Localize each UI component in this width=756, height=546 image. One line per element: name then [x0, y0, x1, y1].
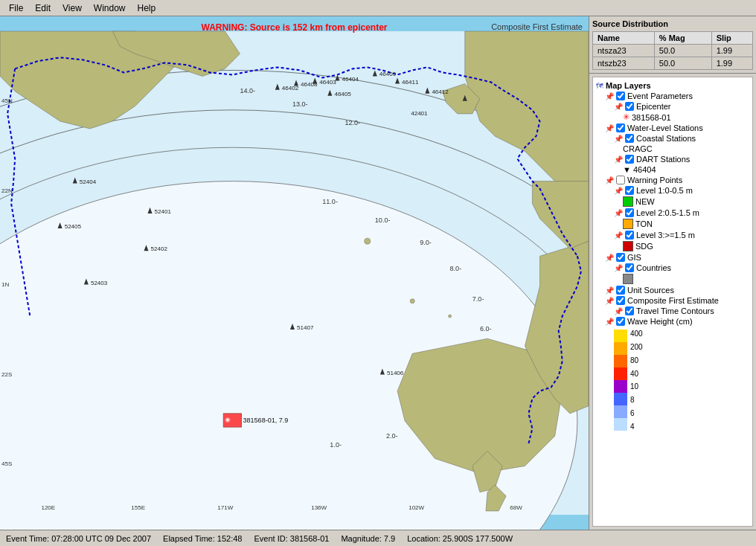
level2-checkbox[interactable]	[625, 208, 634, 217]
water-level-label: Water-Level Stations	[627, 123, 703, 132]
composite-checkbox[interactable]	[616, 296, 625, 305]
travel-time-item[interactable]: 📌 Travel Time Contours	[596, 306, 749, 316]
level2-label: Level 2:0.5-1.5 m	[636, 208, 699, 217]
layers-icon: 🗺	[596, 82, 603, 90]
wave-8	[614, 393, 627, 405]
level3-checkbox[interactable]	[625, 231, 634, 240]
wave-label-4: 4	[630, 423, 643, 431]
menu-window[interactable]: Window	[88, 1, 132, 15]
svg-text:46409: 46409	[379, 71, 397, 77]
wave-label-6: 6	[630, 409, 643, 417]
unit-sources-checkbox[interactable]	[616, 286, 625, 295]
wave-6	[614, 405, 627, 418]
menu-file[interactable]: File	[3, 1, 29, 15]
source-dist-title: Source Distribution	[592, 19, 753, 28]
composite-item-label: Composite First Estimate	[627, 296, 719, 305]
warning-points-item[interactable]: 📌 Warning Points	[596, 175, 749, 185]
svg-text:51407: 51407	[297, 324, 314, 331]
cragc-label: CRAGC	[623, 144, 653, 153]
level2-item[interactable]: 📌 Level 2:0.5-1.5 m	[596, 208, 749, 218]
unit-sources-item[interactable]: 📌 Unit Sources	[596, 285, 749, 295]
map-layers-header: 🗺 Map Layers	[596, 80, 749, 91]
warning-points-checkbox[interactable]	[616, 176, 625, 184]
gis-checkbox[interactable]	[616, 253, 625, 262]
source-distribution: Source Distribution Name % Mag Slip ntsz…	[589, 16, 756, 74]
map-layers-title: Map Layers	[606, 81, 651, 90]
wave-gradient-bar	[614, 330, 627, 431]
wave-4	[614, 418, 627, 431]
water-level-item[interactable]: 📌 Water-Level Stations	[596, 123, 749, 133]
menu-help[interactable]: Help	[132, 1, 162, 15]
coastal-checkbox[interactable]	[625, 134, 634, 143]
svg-text:45S: 45S	[1, 460, 12, 467]
svg-text:381568-01, 7.9: 381568-01, 7.9	[243, 417, 288, 424]
composite-item[interactable]: 📌 Composite First Estimate	[596, 295, 749, 306]
epicenter-item[interactable]: 📌 Epicenter	[596, 101, 749, 112]
svg-text:68W: 68W	[510, 504, 522, 511]
pin-icon4: 📌	[614, 135, 623, 143]
svg-text:22S: 22S	[1, 371, 12, 378]
svg-text:46405: 46405	[334, 91, 351, 97]
countries-color-box	[623, 274, 633, 284]
event-parameters-item[interactable]: 📌 Event Parameters	[596, 91, 749, 101]
wave-height-item[interactable]: 📌 Wave Height (cm)	[596, 316, 749, 327]
svg-text:52405: 52405	[65, 223, 82, 230]
svg-text:1N: 1N	[1, 281, 9, 288]
water-level-checkbox[interactable]	[616, 123, 625, 132]
svg-text:46402: 46402	[282, 85, 299, 91]
row2-name: ntszb23	[593, 57, 655, 70]
svg-text:102W: 102W	[409, 504, 424, 511]
svg-text:1.0-: 1.0-	[330, 441, 342, 449]
wave-label-10: 10	[630, 382, 643, 391]
pin-icon5: 📌	[614, 155, 623, 164]
layer-panel[interactable]: 🗺 Map Layers 📌 Event Parameters 📌 Epicen…	[592, 77, 753, 527]
event-parameters-checkbox[interactable]	[616, 91, 625, 100]
coastal-stations-item[interactable]: 📌 Coastal Stations	[596, 133, 749, 144]
col-pctmag: % Mag	[654, 32, 711, 45]
pin-icon3: 📌	[605, 124, 614, 132]
row1-slip: 1.99	[711, 45, 752, 57]
countries-checkbox[interactable]	[625, 263, 634, 272]
pin-icon11: 📌	[614, 264, 623, 272]
svg-text:46411: 46411	[402, 79, 419, 86]
pin-icon6: 📌	[605, 176, 614, 184]
countries-item[interactable]: 📌 Countries	[596, 263, 749, 273]
row2-pctmag: 50.0	[654, 57, 711, 70]
map-container[interactable]: WARNING: Source is 152 km from epicenter…	[0, 16, 589, 530]
row2-slip: 1.99	[711, 57, 752, 70]
travel-time-checkbox[interactable]	[625, 306, 634, 315]
event-time: Event Time: 07:28:00 UTC 09 Dec 2007	[6, 534, 151, 543]
dart-checkbox[interactable]	[625, 155, 634, 164]
svg-text:11.0-: 11.0-	[322, 198, 338, 205]
wave-legend: 400 200 80 40 10 8 6 4	[614, 330, 749, 431]
pin-icon13: 📌	[605, 297, 614, 305]
col-name: Name	[593, 32, 655, 45]
wave-label-80: 80	[630, 356, 643, 364]
elapsed-time: Elapsed Time: 152:48	[163, 534, 242, 543]
level1-item[interactable]: 📌 Level 1:0-0.5 m	[596, 185, 749, 196]
gis-item[interactable]: 📌 GIS	[596, 252, 749, 263]
statusbar: Event Time: 07:28:00 UTC 09 Dec 2007 Ela…	[0, 530, 756, 546]
table-row: ntszb23 50.0 1.99	[593, 57, 753, 70]
ton-color-box	[623, 219, 633, 229]
level1-checkbox[interactable]	[625, 186, 634, 195]
level3-item[interactable]: 📌 Level 3:>=1.5 m	[596, 230, 749, 240]
epicenter-id: 381568-01	[632, 113, 671, 122]
epicenter-checkbox[interactable]	[625, 102, 634, 111]
sdg-item: SDG	[596, 240, 749, 252]
pin-icon9: 📌	[614, 231, 623, 240]
wave-height-checkbox[interactable]	[616, 317, 625, 326]
wave-label-40: 40	[630, 370, 643, 378]
dart-46404-item: ▼ 46404	[596, 164, 749, 175]
new-color-box	[623, 196, 633, 207]
location: Location: 25.900S 177.500W	[407, 534, 513, 543]
dart-stations-item[interactable]: 📌 DART Stations	[596, 154, 749, 164]
svg-text:46404: 46404	[342, 76, 359, 83]
svg-text:52403: 52403	[91, 280, 108, 286]
menu-view[interactable]: View	[57, 1, 88, 15]
menu-edit[interactable]: Edit	[29, 1, 57, 15]
svg-text:46403: 46403	[319, 79, 336, 86]
wave-height-label: Wave Height (cm)	[627, 317, 693, 326]
sdg-label: SDG	[635, 242, 653, 251]
svg-text:171W: 171W	[217, 504, 233, 511]
